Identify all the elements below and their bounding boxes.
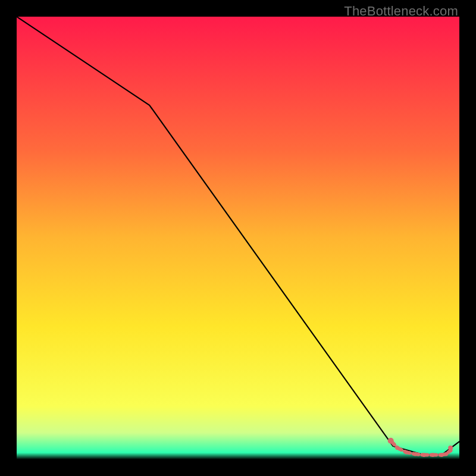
chart-container: TheBottleneck.com — [0, 0, 476, 476]
gradient-background — [17, 17, 459, 459]
chart-plot — [17, 17, 459, 459]
